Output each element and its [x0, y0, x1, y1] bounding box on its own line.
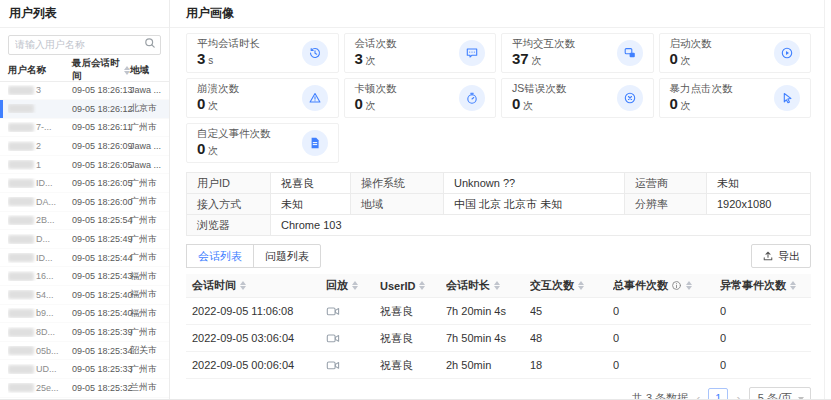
- header-interactions: 交互次数: [530, 278, 613, 293]
- page-size-select[interactable]: 5 条/页: [749, 387, 811, 399]
- user-name-fragment: ID...: [36, 178, 53, 188]
- history-icon: [302, 40, 328, 66]
- user-list-item[interactable]: D... 09-05 18:25:49 广州市: [0, 230, 169, 249]
- sort-icon[interactable]: [419, 278, 425, 293]
- user-name-fragment: D...: [36, 234, 50, 244]
- pagination-total: 共 3 条数据: [632, 391, 688, 400]
- user-list-panel: 用户列表 用户名称 最后会话时间 地域 3: [0, 0, 170, 399]
- export-button[interactable]: 导出: [751, 244, 811, 268]
- user-list-item[interactable]: 2 09-05 18:26:09 Jawa ...: [0, 137, 169, 156]
- sort-icon[interactable]: [494, 278, 500, 293]
- user-name-fragment: 16...: [36, 271, 54, 281]
- user-name: [8, 104, 72, 113]
- stat-card: 卡顿次数 0次: [344, 78, 497, 118]
- message-icon: [459, 40, 485, 66]
- session-row[interactable]: 2022-09-05 03:06:04 祝喜良 7h 50min 4s 48 0…: [186, 325, 811, 352]
- user-list-item[interactable]: 54... 09-05 18:25:40 福州市: [0, 286, 169, 305]
- page-size-label: 5 条/页: [758, 391, 792, 400]
- session-row[interactable]: 2022-09-05 00:06:04 祝喜良 2h 50min 18 0 0: [186, 352, 811, 379]
- stat-value: 0: [197, 140, 205, 157]
- user-list-item[interactable]: 05b... 09-05 18:25:34 韶关市: [0, 342, 169, 361]
- user-list-item[interactable]: 2B... 09-05 18:25:54 广州市: [0, 212, 169, 231]
- next-page-icon[interactable]: ›: [736, 392, 740, 400]
- click-icon: [774, 85, 800, 111]
- search-input[interactable]: [8, 35, 161, 55]
- user-region: 福州市: [130, 307, 161, 320]
- stat-card-text: 崩溃次数 0次: [197, 82, 239, 114]
- user-list-item[interactable]: 16... 09-05 18:25:43 福州市: [0, 267, 169, 286]
- sort-icon[interactable]: [352, 278, 358, 293]
- header-label: 交互次数: [530, 278, 574, 293]
- stat-unit: s: [208, 55, 213, 66]
- stat-value: 0: [355, 95, 363, 112]
- header-label: 会话时间: [192, 278, 236, 293]
- session-total-events: 0: [613, 305, 720, 317]
- info-label: 地域: [351, 194, 444, 215]
- sort-icon[interactable]: [790, 278, 796, 293]
- redacted-name: [8, 86, 34, 95]
- info-icon[interactable]: [671, 280, 682, 291]
- col-last-session-label: 最后会话时间: [72, 57, 120, 83]
- replay-icon[interactable]: [326, 332, 340, 345]
- stat-value: 37: [512, 50, 529, 67]
- user-list-item[interactable]: 25e... 09-05 18:25:32 兰州市: [0, 379, 169, 398]
- stat-unit: 次: [208, 100, 218, 111]
- dropdown-caret-icon: [798, 397, 804, 399]
- user-region: 北京市: [130, 102, 161, 115]
- stat-label: 暴力点击次数: [670, 82, 733, 95]
- session-row[interactable]: 2022-09-05 11:06:08 祝喜良 7h 20min 4s 45 0…: [186, 298, 811, 325]
- search-icon[interactable]: [144, 37, 156, 49]
- header-abnormal-events: 异常事件次数: [720, 278, 811, 293]
- stat-card: 崩溃次数 0次: [186, 78, 339, 118]
- redacted-name: [8, 272, 34, 281]
- sort-icon[interactable]: [240, 278, 246, 293]
- redacted-name: [8, 383, 34, 392]
- user-list-item[interactable]: DA... 09-05 18:26:00 广州市: [0, 193, 169, 212]
- last-session-time: 09-05 18:26:05: [72, 160, 130, 170]
- user-name-fragment: 2: [36, 141, 41, 151]
- user-list-item[interactable]: 1 09-05 18:26:05 Jawa ...: [0, 156, 169, 175]
- stat-label: 平均交互次数: [512, 37, 575, 50]
- last-session-time: 09-05 18:25:44: [72, 253, 130, 263]
- sort-icon[interactable]: [686, 278, 692, 293]
- last-session-time: 09-05 18:26:05: [72, 178, 130, 188]
- redacted-name: [8, 253, 34, 262]
- user-region: 福州市: [130, 270, 161, 283]
- user-list-item[interactable]: 09-05 18:26:12 北京市: [0, 100, 169, 119]
- stat-card: 暴力点击次数 0次: [659, 78, 812, 118]
- user-region: Jawa ...: [130, 141, 161, 151]
- info-value: 1920x1080: [707, 194, 811, 215]
- stat-value-row: 0次: [512, 95, 566, 114]
- user-list-item[interactable]: 8D... 09-05 18:25:39 广州市: [0, 323, 169, 342]
- user-list-item[interactable]: ID... 09-05 18:25:44 广州市: [0, 249, 169, 268]
- user-list-item[interactable]: UD... 09-05 18:25:33 广州市: [0, 360, 169, 379]
- stat-value: 3: [355, 50, 363, 67]
- user-list-item[interactable]: ID... 09-05 18:26:05 广州市: [0, 174, 169, 193]
- user-list-item[interactable]: 3 09-05 18:26:13 Jawa ...: [0, 82, 169, 101]
- last-session-time: 09-05 18:25:33: [72, 364, 130, 374]
- play-icon: [774, 40, 800, 66]
- user-name-fragment: 2B...: [36, 215, 55, 225]
- file-icon: [302, 130, 328, 156]
- stat-value-row: 0次: [197, 95, 239, 114]
- replay-icon[interactable]: [326, 359, 340, 372]
- page-number[interactable]: 1: [708, 388, 728, 399]
- user-list-item[interactable]: 7-... 09-05 18:26:11 广州市: [0, 119, 169, 138]
- user-name-fragment: 05b...: [36, 346, 59, 356]
- stat-card-text: 平均会话时长 3s: [197, 37, 260, 69]
- last-session-time: 09-05 18:26:13: [72, 85, 130, 95]
- info-label: 操作系统: [351, 173, 444, 194]
- prev-page-icon[interactable]: ‹: [696, 392, 700, 400]
- redacted-name: [8, 142, 34, 151]
- sort-icon[interactable]: [578, 278, 584, 293]
- tab[interactable]: 问题列表: [253, 244, 321, 268]
- user-region: 韶关市: [130, 344, 161, 357]
- replay-icon[interactable]: [326, 305, 340, 318]
- error-icon: [617, 85, 643, 111]
- info-label: 用户ID: [187, 173, 271, 194]
- session-abnormal-events: 0: [720, 332, 811, 344]
- user-list-item[interactable]: b9... 09-05 18:25:40 福州市: [0, 305, 169, 324]
- tab[interactable]: 会话列表: [186, 244, 254, 268]
- user-name-fragment: UD...: [36, 364, 57, 374]
- replay-cell: [326, 359, 380, 372]
